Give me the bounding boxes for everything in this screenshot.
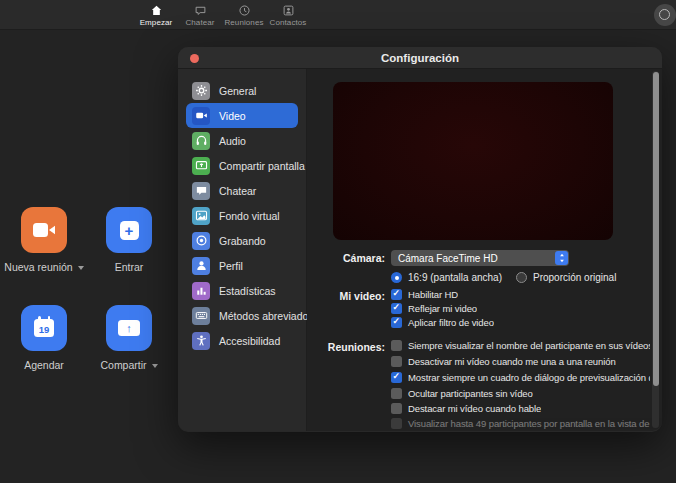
sidebar-item-label: Grabando [219,235,266,247]
sidebar-item-label: Estadísticas [219,285,276,297]
sidebar-item-label: Accesibilidad [219,335,280,347]
checkbox-row: Reflejar mi video [391,303,477,314]
checkbox-siempre-visualizar-nombre[interactable] [391,340,402,351]
checkbox-row: Visualizar hasta 49 participantes por pa… [391,418,650,429]
sidebar-item-metodos-abreviados[interactable]: Métodos abreviados... [186,303,298,328]
record-icon [192,232,210,250]
checkbox-habilitar-hd[interactable] [391,289,402,300]
top-toolbar: Empezar Chatear Reuniones Contactos [0,0,676,30]
screen-share-icon [192,157,210,175]
radio-16-9[interactable] [391,272,402,283]
video-camera-icon [32,221,56,239]
chat-icon [192,182,210,200]
camera-label: Cámara: [307,252,385,264]
tab-label: Chatear [185,18,214,27]
avatar[interactable] [654,4,676,26]
sidebar-item-label: Compartir pantalla [219,160,305,172]
nav-tabs: Empezar Chatear Reuniones Contactos [134,0,310,30]
sidebar-item-video[interactable]: Video [186,103,298,128]
checkbox-row: Ocultar participantes sin vídeo [391,388,533,399]
dropdown-stepper-icon [555,251,568,265]
tab-reuniones[interactable]: Reuniones [222,0,266,30]
sidebar-item-chatear[interactable]: Chatear [186,178,298,203]
checkbox-destacar-mi-video[interactable] [391,403,402,414]
share-label: Compartir [81,359,177,371]
sidebar-item-label: Video [219,110,246,122]
contacts-icon [282,4,295,17]
dialog-title: Configuración [381,52,459,64]
sidebar-item-label: Fondo virtual [219,210,280,222]
gear-icon [192,82,210,100]
share-up-arrow-icon: ↑ [118,320,140,336]
sidebar-item-label: General [219,85,256,97]
checkbox-desactivar-mi-video[interactable] [391,356,402,367]
scrollbar-thumb[interactable] [653,72,659,386]
sidebar-item-label: Perfil [219,260,243,272]
person-icon [192,257,210,275]
sidebar-item-label: Chatear [219,185,256,197]
checkbox-visualizar-49 [391,418,402,429]
bar-chart-icon [192,282,210,300]
checkbox-aplicar-filtro[interactable] [391,317,402,328]
checkbox-row: Siempre visualizar el nombre del partici… [391,340,650,351]
virtual-background-icon [192,207,210,225]
dialog-titlebar[interactable]: Configuración [178,47,662,69]
close-button[interactable] [190,54,199,63]
camera-select-value: Cámara FaceTime HD [391,253,555,264]
my-video-label: Mi video: [307,290,385,302]
radio-proporcion-original[interactable] [516,272,527,283]
checkbox-mostrar-previsualizacion[interactable] [391,372,402,383]
sidebar-item-compartir-pantalla[interactable]: Compartir pantalla [186,153,298,178]
tab-chatear[interactable]: Chatear [178,0,222,30]
home-icon [150,4,163,17]
checkbox-row: Mostrar siempre un cuadro de diálogo de … [391,372,650,383]
share-screen-button[interactable]: ↑ [106,305,152,351]
checkbox-reflejar-mi-video[interactable] [391,303,402,314]
camera-select[interactable]: Cámara FaceTime HD [391,250,569,266]
schedule-button[interactable]: 19 [21,305,67,351]
tab-label: Contactos [270,18,307,27]
join-button[interactable]: + [106,207,152,253]
settings-sidebar: General Video Audio Compartir pantalla C… [178,69,307,431]
video-camera-icon [192,107,210,125]
clock-icon [238,4,251,17]
headphones-icon [192,132,210,150]
aspect-ratio-group: 16:9 (pantalla ancha) Proporción origina… [391,272,616,283]
plus-icon: + [120,221,139,240]
meetings-label: Reuniones: [307,341,385,353]
new-meeting-label: Nueva reunión [0,261,92,273]
zoom-app-window: Empezar Chatear Reuniones Contactos Nuev… [0,0,676,483]
accessibility-icon [192,332,210,350]
sidebar-item-estadisticas[interactable]: Estadísticas [186,278,298,303]
chat-icon [194,4,207,17]
sidebar-item-grabando[interactable]: Grabando [186,228,298,253]
calendar-icon: 19 [34,319,54,337]
radio-label: 16:9 (pantalla ancha) [408,272,502,283]
sidebar-item-general[interactable]: General [186,78,298,103]
scrollbar[interactable] [652,71,659,428]
checkbox-row: Habilitar HD [391,289,458,300]
radio-label: Proporción original [533,272,616,283]
checkbox-row: Desactivar mi vídeo cuando me una a una … [391,356,616,367]
chevron-down-icon[interactable] [152,364,158,368]
new-meeting-button[interactable] [21,207,67,253]
settings-dialog: Configuración General Video Audio [178,47,662,432]
sidebar-item-audio[interactable]: Audio [186,128,298,153]
sidebar-item-fondo-virtual[interactable]: Fondo virtual [186,203,298,228]
checkbox-ocultar-participantes[interactable] [391,388,402,399]
schedule-label: Agendar [0,359,92,371]
sidebar-item-perfil[interactable]: Perfil [186,253,298,278]
tab-empezar[interactable]: Empezar [134,0,178,30]
tab-contactos[interactable]: Contactos [266,0,310,30]
video-settings-panel: Cámara: Cámara FaceTime HD 16:9 (pantall… [307,69,662,431]
keyboard-icon [192,307,210,325]
join-label: Entrar [81,261,177,273]
sidebar-item-label: Audio [219,135,246,147]
sidebar-item-accesibilidad[interactable]: Accesibilidad [186,328,298,353]
tab-label: Reuniones [224,18,263,27]
tab-label: Empezar [140,18,173,27]
checkbox-row: Aplicar filtro de video [391,317,494,328]
checkbox-row: Destacar mi vídeo cuando hable [391,403,541,414]
camera-preview [333,82,613,240]
